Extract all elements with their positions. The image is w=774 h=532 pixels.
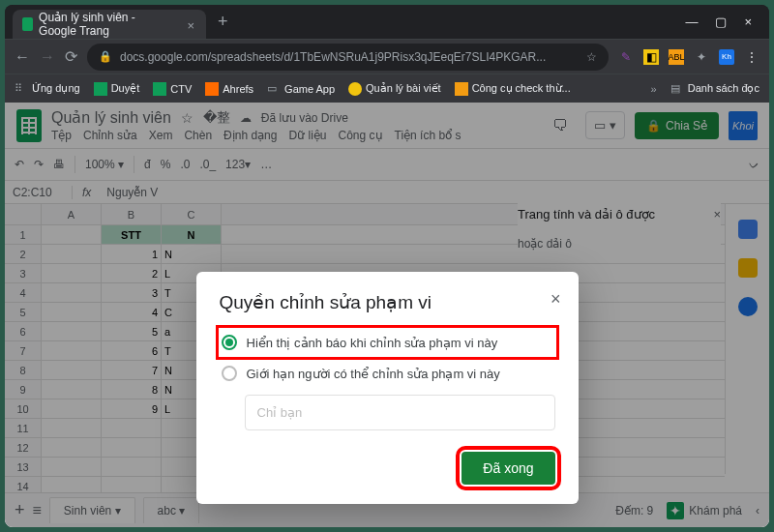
address-bar: ← → ⟳ 🔒 docs.google.com/spreadsheets/d/1… [5,39,769,74]
close-window-icon[interactable]: × [744,15,752,29]
radio-unselected-icon [222,366,237,381]
dialog-title: Quyền chỉnh sửa phạm vi [220,291,555,313]
minimize-icon[interactable]: — [685,15,698,29]
option-restrict-label: Giới hạn người có thể chỉnh sửa phạm vi … [247,367,500,381]
bookmark-item[interactable]: Quản lý bài viết [348,82,441,96]
lock-icon: 🔒 [99,50,112,63]
reading-list[interactable]: ▤Danh sách đọc [670,82,759,96]
folder-icon: ▭ [267,82,281,96]
reload-icon[interactable]: ⟳ [65,47,77,66]
window-controls: — ▢ × [685,15,761,29]
bookmark-item[interactable]: Duyệt [94,82,140,96]
option-show-warning[interactable]: Hiển thị cảnh báo khi chỉnh sửa phạm vi … [220,329,555,356]
done-button[interactable]: Đã xong [461,452,554,485]
bookmark-overflow[interactable]: » [651,83,657,95]
list-icon: ▤ [670,82,684,96]
new-tab-button[interactable]: + [218,12,228,32]
ext-icon[interactable]: ABL [669,49,684,65]
ahrefs-icon [205,82,219,96]
browser-tab[interactable]: Quản lý sinh viên - Google Trang × [13,10,206,39]
ext-icon[interactable]: ◧ [643,49,659,65]
option-restrict[interactable]: Giới hạn người có thể chỉnh sửa phạm vi … [220,360,555,387]
restrict-dropdown: Chỉ bạn [245,395,555,430]
star-icon[interactable]: ☆ [586,50,597,64]
option-warning-label: Hiển thị cảnh báo khi chỉnh sửa phạm vi … [247,336,498,350]
maximize-icon[interactable]: ▢ [715,15,727,29]
ext-puzzle-icon[interactable]: ✦ [694,49,709,65]
url-input[interactable]: 🔒 docs.google.com/spreadsheets/d/1TbEwNS… [87,44,609,71]
tab-title: Quản lý sinh viên - Google Trang [39,11,173,38]
sheets-favicon-icon [22,17,33,31]
bookmark-item[interactable]: Ahrefs [205,82,253,96]
bookmark-item[interactable]: Công cụ check thừ... [455,82,571,96]
menu-dots-icon[interactable]: ⋮ [744,49,759,65]
favicon-icon [348,82,362,96]
forward-icon: → [40,48,55,66]
bookmark-item[interactable]: ▭Game App [267,82,335,96]
bookmarks-bar: ⠿Ứng dụng Duyệt CTV Ahrefs ▭Game App Quả… [5,74,769,103]
close-tab-icon[interactable]: × [187,18,196,30]
modal-overlay: Quyền chỉnh sửa phạm vi × Hiển thị cảnh … [5,103,769,527]
apps-shortcut[interactable]: ⠿Ứng dụng [15,82,80,96]
ext-icon[interactable]: ✎ [618,49,634,65]
browser-window: Quản lý sinh viên - Google Trang × + — ▢… [5,5,769,527]
radio-selected-icon [222,335,237,350]
back-icon[interactable]: ← [15,48,30,66]
page-content: Quản lý sinh viên ☆ �整 ☁ Đã lưu vào Driv… [5,103,769,527]
sheets-icon [153,82,166,96]
url-text: docs.google.com/spreadsheets/d/1TbEwNSRu… [120,50,546,64]
favicon-icon [455,82,468,96]
sheets-icon [94,82,107,96]
apps-grid-icon: ⠿ [15,82,28,96]
close-dialog-icon[interactable]: × [551,289,561,310]
extensions: ✎ ◧ ABL ✦ Kh ⋮ [618,49,759,65]
ext-avatar-icon[interactable]: Kh [719,49,734,65]
range-permissions-dialog: Quyền chỉnh sửa phạm vi × Hiển thị cảnh … [196,272,579,504]
titlebar: Quản lý sinh viên - Google Trang × + — ▢… [5,5,769,39]
bookmark-item[interactable]: CTV [153,82,192,96]
